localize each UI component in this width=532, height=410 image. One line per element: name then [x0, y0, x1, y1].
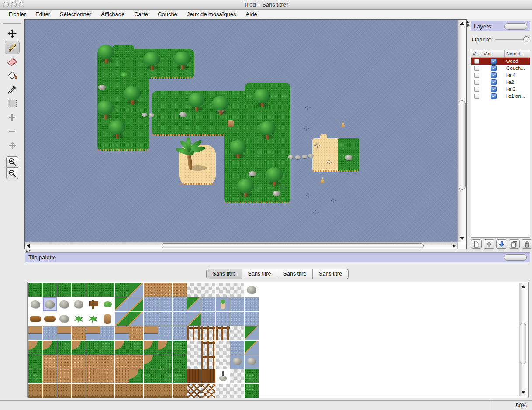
tile-cell[interactable] [129, 283, 144, 297]
tile-cell[interactable] [86, 283, 100, 297]
zoom-in-tool[interactable] [6, 156, 18, 168]
layer-row[interactable]: ✓ile2 [471, 79, 530, 86]
menu-item-couche[interactable]: Couche [153, 10, 182, 19]
tile-cell[interactable] [72, 297, 86, 312]
tile-cell[interactable] [28, 341, 43, 355]
tile-cell[interactable] [144, 355, 158, 369]
tile-cell[interactable] [57, 312, 72, 326]
tile-cell[interactable] [115, 341, 129, 355]
tile-cell[interactable] [115, 384, 129, 398]
tile-cell-selected[interactable] [43, 297, 57, 312]
tile-cell[interactable] [144, 297, 158, 312]
tile-cell[interactable] [201, 326, 216, 341]
tile-cell[interactable] [216, 297, 230, 312]
scroll-up-arrow-icon[interactable] [460, 22, 464, 25]
tile-cell[interactable] [216, 341, 230, 355]
tile-cell[interactable] [43, 312, 57, 326]
palette-vertical-scrollbar[interactable] [519, 283, 527, 396]
tile-cell[interactable] [158, 283, 173, 297]
menu-item-selectionner[interactable]: Sélectionner [55, 10, 96, 19]
title-bar[interactable]: Tiled – Sans titre* [0, 0, 532, 10]
layer-visible-checkbox[interactable]: ✓ [491, 93, 497, 99]
tile-cell[interactable] [201, 369, 216, 384]
menu-item-aide[interactable]: Aide [241, 10, 262, 19]
map-vertical-scrollbar[interactable] [457, 20, 466, 242]
horizontal-scroll-thumb[interactable] [162, 243, 424, 248]
fill-tool[interactable] [5, 69, 20, 82]
tile-cell[interactable] [115, 283, 129, 297]
tile-cell[interactable] [100, 355, 115, 369]
move-tool[interactable] [5, 27, 20, 40]
layer-visible-checkbox[interactable]: ✓ [491, 79, 497, 85]
tile-cell[interactable] [129, 312, 144, 326]
tile-cell[interactable] [187, 355, 201, 369]
tile-cell[interactable] [86, 341, 100, 355]
tile-cell[interactable] [158, 384, 173, 398]
tile-cell[interactable] [43, 369, 57, 384]
layer-visible-checkbox[interactable]: ✓ [491, 72, 497, 78]
stamp-brush-tool[interactable] [5, 41, 20, 54]
tile-cell[interactable] [173, 312, 187, 326]
tile-cell[interactable] [100, 369, 115, 384]
tile-palette-header[interactable]: Tile palette [25, 252, 530, 262]
layers-column-header-1[interactable]: V... [471, 50, 482, 57]
tile-cell[interactable] [230, 312, 245, 326]
tile-cell[interactable] [187, 326, 201, 341]
map-canvas[interactable] [25, 20, 457, 242]
tile-cell[interactable] [173, 355, 187, 369]
tile-cell[interactable] [158, 355, 173, 369]
tile-cell[interactable] [100, 326, 115, 341]
palette-scroll-thumb[interactable] [520, 323, 526, 364]
tile-cell[interactable] [43, 384, 57, 398]
rect-select-tool[interactable] [5, 97, 20, 110]
tile-cell[interactable] [201, 341, 216, 355]
tile-cell[interactable] [57, 341, 72, 355]
tile-cell[interactable] [129, 297, 144, 312]
tile-cell[interactable] [57, 355, 72, 369]
tile-cell[interactable] [201, 355, 216, 369]
tile-cell[interactable] [86, 297, 100, 312]
tile-cell[interactable] [86, 355, 100, 369]
tile-cell[interactable] [72, 283, 86, 297]
tile-cell[interactable] [43, 355, 57, 369]
tileset-tab-3[interactable]: Sans titre [277, 269, 313, 279]
tile-cell[interactable] [245, 355, 259, 369]
tileset-tab-2[interactable]: Sans titre [242, 269, 277, 279]
tile-cell[interactable] [158, 341, 173, 355]
eyedropper-tool[interactable] [5, 83, 20, 96]
layers-column-header-2[interactable]: Voir [482, 50, 505, 57]
tile-cell[interactable] [245, 341, 259, 355]
layer-lock-checkbox[interactable] [474, 73, 479, 78]
duplicate-layer-button[interactable] [509, 239, 520, 249]
menu-item-affichage[interactable]: Affichage [96, 10, 129, 19]
layers-column-header-3[interactable]: Nom d... [505, 50, 530, 57]
layer-visible-checkbox[interactable]: ✓ [491, 59, 497, 64]
tile-cell[interactable] [144, 384, 158, 398]
tile-cell[interactable] [100, 384, 115, 398]
tile-cell[interactable] [187, 369, 201, 384]
tile-cell[interactable] [245, 384, 259, 398]
delete-layer-button[interactable] [522, 239, 532, 249]
tile-cell[interactable] [187, 312, 201, 326]
tile-cell[interactable] [187, 341, 201, 355]
tile-cell[interactable] [245, 326, 259, 341]
tile-cell[interactable] [216, 283, 230, 297]
tile-cell[interactable] [100, 283, 115, 297]
tile-cell[interactable] [72, 384, 86, 398]
tile-cell[interactable] [230, 326, 245, 341]
menu-item-editer[interactable]: Editer [31, 10, 55, 19]
tile-cell[interactable] [173, 297, 187, 312]
tile-cell[interactable] [245, 369, 259, 384]
tile-cell[interactable] [28, 297, 43, 312]
tile-cell[interactable] [201, 283, 216, 297]
tile-cell[interactable] [57, 384, 72, 398]
menu-item-fichier[interactable]: Fichier [4, 10, 31, 19]
scroll-down-arrow-icon[interactable] [460, 237, 464, 240]
lower-layer-button[interactable] [496, 239, 507, 249]
add-object-tool[interactable] [5, 111, 20, 124]
opacity-slider[interactable] [495, 36, 529, 43]
tile-cell[interactable] [57, 369, 72, 384]
tile-cell[interactable] [144, 312, 158, 326]
dock-resize-arrows-icon[interactable]: ▲▼ [25, 249, 31, 252]
layer-row[interactable]: ✓Couch... [471, 65, 530, 72]
